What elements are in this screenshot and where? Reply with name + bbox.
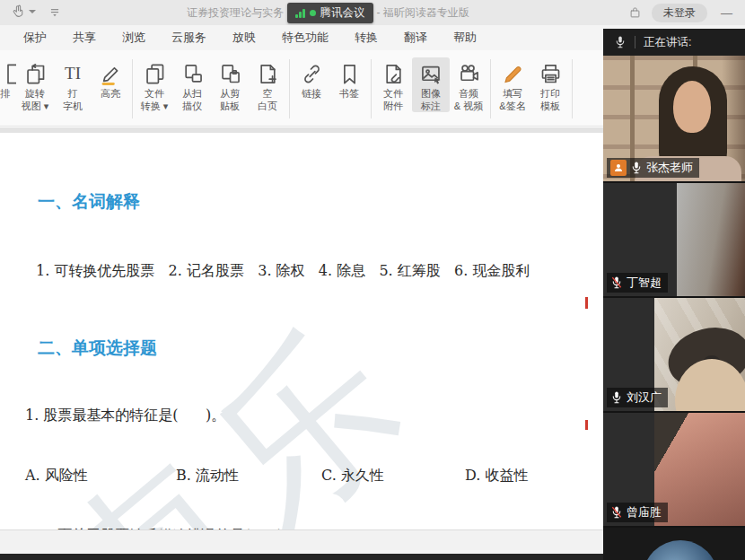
ribbon-item-rotate-view[interactable]: 旋转视图 ▾ — [16, 57, 54, 112]
speaking-label: 正在讲话: — [644, 35, 691, 50]
tab-view[interactable]: 浏览 — [122, 30, 145, 46]
host-badge-icon — [610, 160, 627, 176]
signal-bars-icon — [295, 9, 305, 18]
customize-toolbar-icon — [48, 5, 61, 18]
participant-name-label: 丁智超 — [607, 273, 668, 293]
link-icon — [300, 59, 324, 88]
participant-name: 张杰老师 — [646, 160, 693, 176]
ribbon-divider — [572, 59, 573, 118]
tab-cloud[interactable]: 云服务 — [171, 30, 206, 46]
video-content — [677, 183, 745, 296]
tab-share[interactable]: 共享 — [73, 30, 96, 46]
ribbon-item-audio-video[interactable]: 音频& 视频 — [450, 57, 487, 112]
ribbon-item-from-scanner[interactable]: 从扫描仪 — [173, 57, 211, 112]
ribbon-item-blank-page[interactable]: 空白页 — [249, 57, 286, 112]
ribbon-item-file-attachment[interactable]: 文件附件 — [374, 57, 412, 112]
participant-name-label: 张杰老师 — [607, 158, 699, 178]
ribbon-item-bookmark[interactable]: 书签 — [330, 57, 368, 101]
minimize-button[interactable]: — — [717, 6, 736, 20]
image-annotation-icon — [419, 59, 443, 88]
tab-present[interactable]: 放映 — [232, 30, 256, 46]
hand-tool-button[interactable] — [11, 4, 36, 19]
meeting-sidebar: 正在讲话: 张杰老师 丁智超 — [603, 29, 745, 560]
ribbon-divider — [289, 59, 290, 118]
participant-name-label: 曾庙胜 — [607, 503, 668, 522]
participant-video-zengmiaosheng[interactable]: 曾庙胜 — [603, 413, 745, 526]
option: A. 风险性 — [25, 467, 176, 493]
mic-active-dot-icon — [310, 10, 316, 16]
highlight-icon — [99, 59, 123, 88]
hand-tool-icon — [11, 4, 26, 19]
file-attachment-icon — [381, 59, 406, 88]
option: D. 收益性 — [465, 467, 528, 493]
rotate-view-icon — [23, 59, 48, 88]
ribbon-item-highlight[interactable]: 高亮 — [92, 57, 129, 101]
typewriter-icon: TI — [65, 59, 81, 88]
ribbon-item-fill-sign[interactable]: 填写&签名 — [494, 57, 531, 112]
ribbon-divider — [371, 59, 372, 118]
tencent-meeting-badge[interactable]: 腾讯会议 — [287, 3, 373, 23]
participant-name-label: 刘汉广 — [607, 388, 668, 407]
ribbon-divider — [490, 59, 491, 118]
printer-icon — [539, 59, 563, 88]
meeting-badge-label: 腾讯会议 — [320, 5, 365, 21]
option: C. 永久性 — [321, 467, 465, 493]
app-screen: 证券投资理论与实务 腾讯会议 - 福昕阅读器专业版 未登录 — 保护 共享 浏览… — [0, 0, 745, 560]
customize-toolbar-button[interactable] — [48, 5, 61, 18]
video-camera-icon — [457, 59, 481, 88]
scanner-icon — [180, 59, 205, 88]
clipped-page-icon — [0, 59, 16, 88]
tab-features[interactable]: 特色功能 — [282, 30, 329, 46]
account-bag-icon[interactable] — [628, 6, 642, 20]
bookmark-icon — [337, 59, 362, 88]
blank-page-icon — [256, 59, 280, 88]
ribbon-item-print-template[interactable]: 打印模板 — [531, 57, 569, 112]
speaking-header: 正在讲话: — [603, 29, 745, 56]
participant-video-dingzhichao[interactable]: 丁智超 — [603, 183, 745, 296]
file-convert-icon — [143, 59, 167, 88]
participant-name: 丁智超 — [627, 275, 662, 291]
mic-on-icon — [610, 390, 623, 405]
document-title: 证券投资理论与实务 — [187, 5, 284, 21]
participant-video-zhangjie[interactable]: 张杰老师 — [603, 56, 745, 181]
tab-convert[interactable]: 转换 — [355, 30, 378, 46]
option: B. 流动性 — [176, 467, 321, 493]
mic-muted-icon — [610, 276, 623, 290]
ribbon-item-clipped[interactable]: 排 — [0, 57, 16, 101]
ribbon-item-from-clipboard[interactable]: 从剪贴板 — [211, 57, 249, 112]
fill-sign-pencil-icon — [501, 59, 525, 88]
tab-protect[interactable]: 保护 — [23, 30, 47, 46]
ribbon-divider — [132, 59, 133, 118]
person-face — [673, 81, 711, 133]
login-status-button[interactable]: 未登录 — [652, 4, 707, 22]
mic-muted-icon — [610, 505, 623, 520]
ribbon-item-file-convert[interactable]: 文件转换 ▾ — [136, 57, 173, 112]
participant-name: 刘汉广 — [627, 389, 662, 406]
microphone-icon — [614, 35, 627, 49]
ribbon-item-link[interactable]: 链接 — [293, 57, 330, 101]
tab-help[interactable]: 帮助 — [453, 30, 477, 46]
mic-on-icon — [630, 161, 643, 175]
video-content — [654, 413, 745, 526]
hand-tool-dropdown-icon[interactable] — [29, 10, 36, 13]
participant-video-partial[interactable] — [603, 528, 745, 560]
app-name-suffix: - 福昕阅读器专业版 — [377, 5, 469, 21]
ribbon-item-image-annotation[interactable]: 图像标注 — [412, 57, 450, 112]
tab-translate[interactable]: 翻译 — [404, 30, 427, 46]
ribbon-item-typewriter[interactable]: TI 打字机 — [54, 57, 92, 112]
participant-name: 曾庙胜 — [627, 504, 662, 521]
divider — [635, 36, 635, 48]
participant-video-liuhanguang[interactable]: 刘汉广 — [603, 298, 745, 411]
annotation-mark — [585, 297, 588, 309]
annotation-mark — [585, 420, 588, 430]
clipboard-icon — [218, 59, 242, 88]
video-content — [643, 540, 718, 560]
title-bar: 证券投资理论与实务 腾讯会议 - 福昕阅读器专业版 未登录 — — [0, 0, 745, 25]
